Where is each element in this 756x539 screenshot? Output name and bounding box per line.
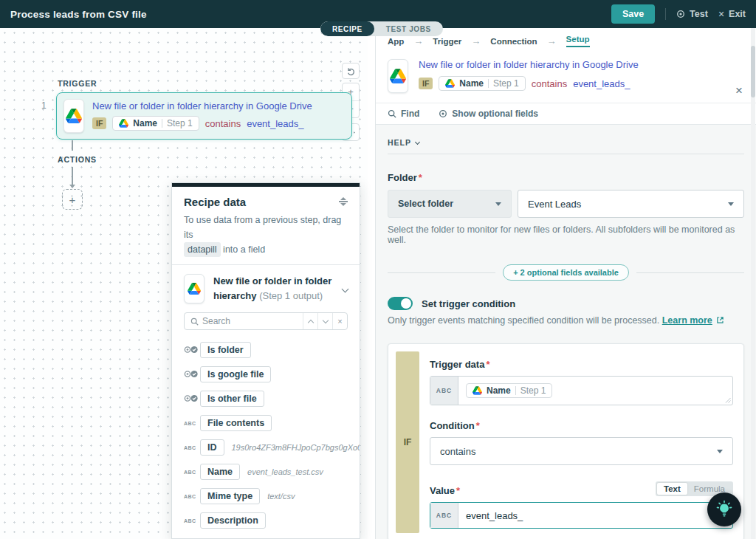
find-button[interactable]: Find <box>388 109 419 119</box>
text-type-icon: ABC <box>184 494 200 499</box>
trigger-condition-description: Only trigger events matching specified c… <box>388 315 744 326</box>
text-mode-tab[interactable]: Text <box>657 483 687 495</box>
breadcrumb-app[interactable]: App <box>388 37 404 46</box>
name-datapill-ref[interactable]: Name Step 1 <box>466 383 552 398</box>
scrollbar-thumb[interactable] <box>751 46 755 97</box>
help-toggle[interactable]: HELP <box>388 138 744 147</box>
tab-recipe[interactable]: RECIPE <box>320 21 374 36</box>
close-icon: × <box>718 8 724 20</box>
recipe-editor: Process leads from CSV file Save Test × … <box>0 0 756 539</box>
test-button[interactable]: Test <box>676 9 708 19</box>
trigger-config-header: New file or folder in folder hierarchy i… <box>376 49 756 103</box>
connector-arrow <box>69 185 75 188</box>
learn-more-link[interactable]: Learn more <box>662 315 712 326</box>
trigger-condition-label: Set trigger condition <box>422 298 515 309</box>
condition-label: Condition* <box>430 420 733 431</box>
output-source-row[interactable]: New file or folder in folder hierarchy (… <box>172 265 360 309</box>
search-next-button[interactable] <box>317 313 332 329</box>
scrollbar-track[interactable] <box>751 28 755 539</box>
resize-grip-icon[interactable] <box>725 397 731 403</box>
text-type-icon: ABC <box>430 503 458 528</box>
google-drive-icon <box>188 283 201 295</box>
list-item: ABC Description <box>184 512 348 529</box>
text-type-icon: ABC <box>184 445 200 450</box>
search-icon <box>190 317 199 326</box>
eye-icon <box>439 109 447 118</box>
assistant-fab[interactable] <box>707 492 741 526</box>
recipe-data-title: Recipe data <box>184 196 246 208</box>
list-item: Is google file <box>184 366 348 382</box>
undo-icon <box>346 66 356 76</box>
value-label: Value* <box>430 485 460 496</box>
google-drive-icon <box>472 386 482 395</box>
lightbulb-icon <box>715 500 734 519</box>
output-source-title: New file or folder in folder hierarchy (… <box>213 274 334 303</box>
datapill-is-folder[interactable]: Is folder <box>200 342 251 358</box>
required-mark: * <box>486 359 489 370</box>
trigger-setup-form: HELP Folder* Select folder Event Leads S… <box>376 138 756 539</box>
panel-tools-row: Find Show optional fields <box>376 103 756 125</box>
google-drive-icon <box>119 119 128 128</box>
trigger-condition-toggle[interactable] <box>388 297 413 310</box>
reset-view-button[interactable] <box>342 63 360 79</box>
condition-operator: contains <box>532 78 567 89</box>
datapill-description[interactable]: Description <box>200 512 266 529</box>
sample-value: 19s0ro4ZF3m8FHJpoCp7bgs0gXo0HbEK4 <box>232 443 360 452</box>
folder-help-text: Select the folder to monitor for new fil… <box>388 224 744 245</box>
pill-divider <box>515 386 516 395</box>
folder-value-select[interactable]: Event Leads <box>518 190 744 218</box>
name-datapill-ref[interactable]: Name Step 1 <box>112 116 199 131</box>
resize-handle-icon[interactable] <box>339 197 348 206</box>
trigger-condition-card: IF Trigger data* ABC Name Step 1 <box>388 343 744 539</box>
google-drive-icon <box>445 79 455 88</box>
exit-button[interactable]: × Exit <box>718 8 746 20</box>
datapill-is-google-file[interactable]: Is google file <box>200 366 271 382</box>
trigger-config-title[interactable]: New file or folder in folder hierarchy i… <box>419 59 639 70</box>
datapill-is-other-file[interactable]: Is other file <box>200 391 264 407</box>
trigger-data-label: Trigger data* <box>430 359 733 370</box>
trigger-node-condition: IF Name Step 1 contains event_leads_ <box>92 116 304 131</box>
google-drive-icon-card <box>63 99 84 133</box>
value-input-text: event_leads_ <box>466 510 523 521</box>
connector-line <box>72 167 73 185</box>
top-bar-actions: Save Test × Exit <box>611 4 746 24</box>
condition-select[interactable]: contains <box>430 437 733 465</box>
datapill-name[interactable]: Name <box>200 464 240 480</box>
divider <box>388 154 744 154</box>
save-button[interactable]: Save <box>611 4 655 24</box>
search-prev-button[interactable] <box>303 313 317 329</box>
search-input[interactable] <box>202 316 303 326</box>
config-panel: App → Trigger → Connection → Setup New f… <box>375 28 756 539</box>
breadcrumb-trigger[interactable]: Trigger <box>433 37 461 46</box>
list-item: Is folder <box>184 342 348 358</box>
list-item: ABC File contents <box>184 415 348 431</box>
chevron-down-icon[interactable] <box>342 285 349 292</box>
recipe-data-panel: Recipe data To use data from a previous … <box>171 182 360 539</box>
trigger-data-input[interactable]: ABC Name Step 1 <box>430 376 733 405</box>
breadcrumb-connection[interactable]: Connection <box>490 37 537 46</box>
add-step-button[interactable]: + <box>62 189 83 210</box>
datapill-list: Is folder Is google file Is other file A… <box>172 337 360 539</box>
name-datapill-ref[interactable]: Name Step 1 <box>439 76 525 91</box>
trigger-node[interactable]: New file or folder in folder hierarchy i… <box>56 92 352 140</box>
show-optional-fields-button[interactable]: Show optional fields <box>439 109 538 119</box>
search-clear-button[interactable]: × <box>332 313 347 329</box>
top-bar-divider <box>665 8 666 20</box>
close-panel-button[interactable]: × <box>735 84 743 97</box>
datapill-file-contents[interactable]: File contents <box>200 415 272 431</box>
trigger-config-condition: IF Name Step 1 contains event_leads_ <box>419 76 639 91</box>
value-input[interactable]: ABC event_leads_ <box>430 502 733 529</box>
datapill-id[interactable]: ID <box>200 439 224 456</box>
tab-test-jobs[interactable]: TEST JOBS <box>374 21 443 36</box>
datapill-chip: datapill <box>184 242 221 257</box>
datapill-mime-type[interactable]: Mime type <box>200 488 260 504</box>
breadcrumb-setup[interactable]: Setup <box>566 35 590 47</box>
boolean-type-icon <box>184 394 200 403</box>
boolean-type-icon <box>184 370 200 379</box>
test-gear-icon <box>676 10 685 18</box>
text-type-icon: ABC <box>184 518 200 523</box>
folder-source-select[interactable]: Select folder <box>388 190 512 218</box>
optional-fields-button[interactable]: + 2 optional fields available <box>503 264 629 281</box>
search-icon <box>388 109 396 118</box>
recipe-data-hint: To use data from a previous step, drag i… <box>184 213 348 257</box>
